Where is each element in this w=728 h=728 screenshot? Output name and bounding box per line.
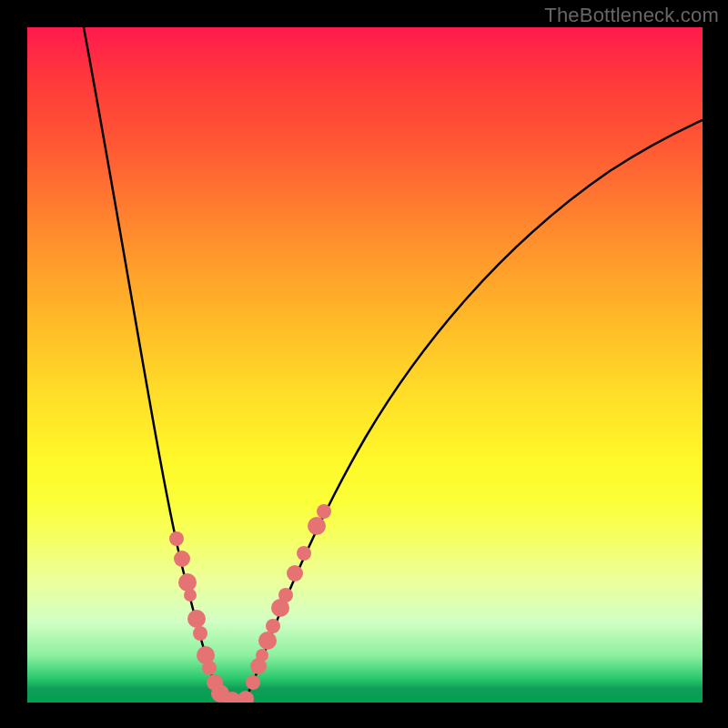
data-point: [258, 632, 277, 650]
data-point: [178, 573, 197, 592]
dots-right-group: [238, 504, 331, 703]
data-point: [202, 661, 217, 675]
data-point: [308, 517, 326, 535]
data-point: [256, 649, 268, 662]
dots-left-group: [169, 531, 241, 703]
curve-right: [244, 120, 703, 703]
data-point: [287, 565, 303, 581]
watermark-text: TheBottleneck.com: [544, 4, 719, 27]
data-point: [246, 675, 260, 690]
data-point: [184, 589, 197, 602]
curve-left: [84, 27, 226, 703]
data-point: [297, 546, 311, 561]
plot-area: [27, 27, 703, 703]
data-point: [278, 588, 293, 602]
data-point: [266, 619, 280, 633]
curve-svg: [27, 27, 703, 703]
data-point: [317, 504, 331, 519]
data-point: [169, 531, 184, 546]
data-point: [187, 610, 206, 628]
data-point: [174, 551, 190, 567]
data-point: [238, 691, 254, 703]
chart-frame: TheBottleneck.com: [0, 0, 728, 728]
data-point: [193, 626, 207, 641]
